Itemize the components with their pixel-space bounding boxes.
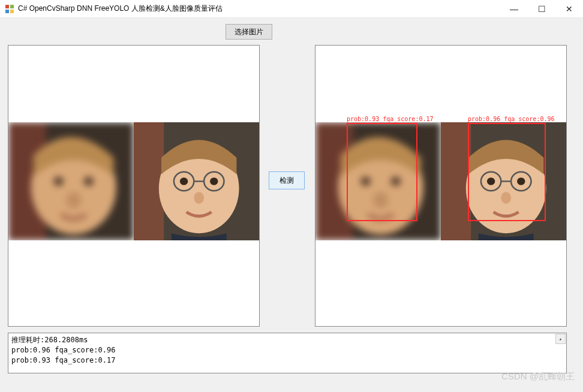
svg-point-18 — [194, 192, 204, 204]
output-image: prob:0.93 fqa_score:0.17 prob:0.96 fqa_s… — [315, 122, 566, 240]
select-image-button[interactable]: 选择图片 — [226, 24, 272, 40]
svg-rect-0 — [5, 5, 9, 8]
svg-rect-11 — [134, 122, 164, 240]
svg-point-33 — [501, 192, 511, 204]
window-title: C# OpenCvSharp DNN FreeYOLO 人脸检测&人脸图像质量评… — [18, 4, 500, 14]
output-picturebox: prob:0.93 fqa_score:0.17 prob:0.96 fqa_s… — [315, 45, 567, 327]
output-line: prob:0.93 fqa_score:0.17 — [11, 356, 115, 364]
output-face-left — [315, 122, 441, 240]
maximize-button[interactable]: ☐ — [528, 0, 555, 17]
svg-point-8 — [83, 177, 94, 186]
svg-point-29 — [517, 177, 525, 185]
svg-rect-1 — [10, 5, 14, 8]
titlebar: C# OpenCvSharp DNN FreeYOLO 人脸检测&人脸图像质量评… — [0, 0, 583, 18]
svg-point-22 — [360, 177, 371, 186]
svg-rect-3 — [10, 10, 14, 13]
detection-label-left: prob:0.93 fqa_score:0.17 — [347, 116, 434, 122]
output-line: 推理耗时:268.2808ms — [11, 336, 88, 344]
client-area: 选择图片 — [0, 18, 583, 392]
output-textbox[interactable]: 推理耗时:268.2808ms prob:0.96 fqa_score:0.96… — [8, 333, 567, 373]
input-picturebox — [8, 45, 260, 327]
input-face-left — [8, 122, 134, 240]
app-icon — [5, 4, 14, 14]
minimize-button[interactable]: — — [500, 0, 528, 17]
svg-point-13 — [180, 177, 188, 185]
svg-point-23 — [390, 177, 401, 186]
output-face-right — [441, 122, 566, 240]
svg-point-24 — [373, 192, 388, 209]
svg-point-14 — [210, 177, 218, 185]
output-line: prob:0.96 fqa_score:0.96 — [11, 346, 115, 354]
svg-point-9 — [66, 192, 81, 209]
input-image — [8, 122, 259, 240]
svg-rect-26 — [441, 122, 471, 240]
detect-button[interactable]: 检测 — [269, 171, 305, 189]
window-controls: — ☐ ✕ — [500, 0, 583, 17]
detection-label-right: prob:0.96 fqa_score:0.96 — [468, 116, 555, 122]
scroll-up-button[interactable]: ▴ — [555, 334, 566, 344]
input-face-right — [134, 122, 259, 240]
svg-point-7 — [53, 177, 64, 186]
svg-point-28 — [487, 177, 495, 185]
close-button[interactable]: ✕ — [555, 0, 583, 17]
svg-rect-2 — [5, 10, 9, 13]
